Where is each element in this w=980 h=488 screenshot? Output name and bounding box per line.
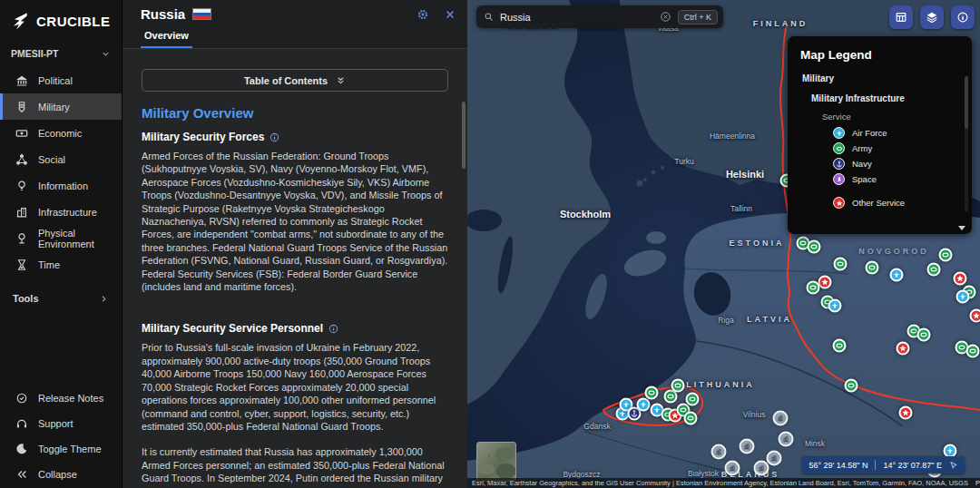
military-marker[interactable] [686,393,700,406]
legend-item: Other Service [833,195,959,210]
military-marker[interactable] [897,342,910,356]
nav-item-icon [15,259,28,271]
legend-scrollbar[interactable] [965,76,968,212]
marker-glyph-icon [770,454,779,463]
cursor-location-icon[interactable] [949,461,958,470]
data-table-button[interactable] [889,5,913,29]
footer-item-icon [15,392,28,405]
military-marker[interactable] [684,412,698,425]
table-of-contents-button[interactable]: Table of Contents [142,69,448,92]
sidebar-nav-item[interactable]: Infrastructure [0,199,122,225]
sidebar-footer-item[interactable]: Toggle Theme [0,436,122,462]
military-marker[interactable] [834,258,848,271]
nav-item-label: Economic [38,128,82,139]
info-icon[interactable] [328,324,338,334]
military-marker[interactable] [779,432,794,447]
nav-item-label: Social [38,154,65,165]
legend-scroll-arrow[interactable] [958,226,965,230]
military-marker[interactable] [808,240,821,254]
legend-item-label: Space [852,174,877,184]
military-marker[interactable] [671,379,685,393]
footer-item-label: Release Notes [38,393,103,404]
military-marker[interactable] [899,406,913,420]
sidebar-tools[interactable]: Tools [0,284,122,313]
subsection-title: Military Security Service Personnel [142,322,448,335]
tab-overview[interactable]: Overview [141,25,192,48]
military-marker[interactable] [740,439,755,454]
settings-gear-icon[interactable] [416,8,429,21]
military-marker[interactable] [833,339,847,353]
marker-glyph-icon [687,415,695,423]
pmesii-dropdown[interactable]: PMESII-PT [0,40,122,67]
basemap-switcher-thumbnail[interactable] [476,442,516,482]
marker-glyph-icon [959,293,967,301]
legend-item: Air Force [833,125,959,141]
info-icon[interactable] [270,132,279,142]
sidebar-nav-item[interactable]: Information [0,172,122,199]
military-marker[interactable] [773,411,789,426]
military-marker[interactable] [845,379,858,393]
marker-glyph-icon [715,448,723,456]
sidebar-nav: Political Military Economic Social [0,67,122,278]
nav-item-icon [15,153,28,166]
marker-glyph-icon [899,345,907,353]
sidebar-nav-item[interactable]: Political [0,67,122,93]
sidebar-footer-item[interactable]: Collapse [0,462,122,487]
military-marker[interactable] [828,299,842,313]
military-marker[interactable] [966,345,980,358]
sidebar-nav-item[interactable]: Military [0,93,122,120]
sidebar-footer-item[interactable]: Release Notes [0,386,122,411]
map-canvas[interactable]: SWEDENFINLANDVaasaHämeenlinnaTurkuHelsin… [467,0,980,488]
marker-glyph-icon [674,382,682,390]
military-marker[interactable] [725,461,740,476]
marker-glyph-icon [973,312,980,320]
footer-item-label: Support [38,418,74,429]
legend-marker-icon [833,158,845,170]
sidebar-footer-item[interactable]: Support [0,411,122,436]
military-marker[interactable] [939,249,953,262]
military-marker[interactable] [956,290,970,304]
marker-glyph-icon [799,239,808,248]
military-marker[interactable] [637,398,651,412]
info-icon [956,11,969,24]
layers-button[interactable] [920,5,944,29]
military-marker[interactable] [917,328,931,342]
search-input[interactable] [500,12,653,23]
military-marker[interactable] [807,281,820,295]
nav-item-label: Information [38,181,88,191]
sidebar-nav-item[interactable]: Physical Environment [0,225,122,251]
military-marker[interactable] [818,276,832,289]
military-marker[interactable] [767,451,782,466]
crucible-logo-icon [11,12,30,31]
marker-glyph-icon [868,264,877,272]
military-marker[interactable] [866,261,879,275]
military-marker[interactable] [954,272,967,286]
close-icon[interactable] [444,8,456,21]
military-marker[interactable] [754,461,769,476]
double-chevron-down-icon [336,75,346,85]
military-marker[interactable] [927,263,941,277]
nav-item-label: Political [38,75,73,86]
nav-item-icon [15,206,28,219]
footer-item-icon [15,468,28,481]
military-marker[interactable] [970,309,980,323]
military-marker[interactable] [645,386,659,400]
info-button[interactable] [951,5,975,29]
marker-glyph-icon [902,409,910,417]
nav-item-icon [15,180,28,192]
panel-content[interactable]: Table of Contents Military Overview Mili… [122,49,467,488]
map-toolbar [889,5,975,29]
sidebar-nav-item[interactable]: Social [0,146,122,172]
clear-search-icon[interactable] [660,11,671,23]
sidebar-nav-item[interactable]: Economic [0,120,122,146]
military-marker[interactable] [890,268,904,282]
sidebar-nav-item[interactable]: Time [0,251,122,278]
legend-item: Navy [833,156,959,171]
nav-item-icon [15,101,28,113]
sidebar: CRUCIBLE PMESII-PT Political Military [0,0,122,488]
military-marker[interactable] [711,444,727,460]
marker-glyph-icon [848,382,856,390]
panel-scrollbar[interactable] [462,102,466,169]
legend-item: Space [833,171,959,187]
map-legend: Map Legend Military Military Infrastruct… [788,36,972,234]
